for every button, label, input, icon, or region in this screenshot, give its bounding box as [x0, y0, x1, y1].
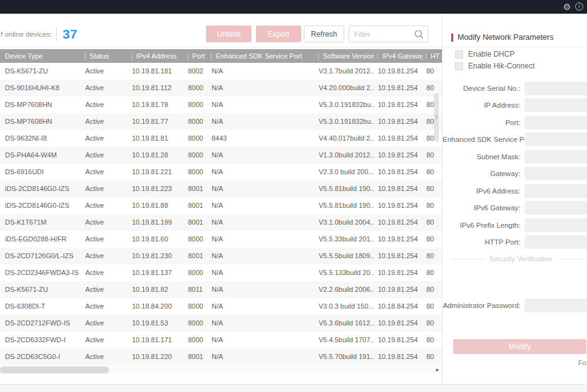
table-cell: 8000 [184, 147, 208, 164]
table-row[interactable]: DS-K5671-ZUActive10.19.81.828011N/AV2.2.… [0, 281, 442, 298]
table-cell: V5.5.70build 191... [315, 348, 374, 365]
table-cell: N/A [208, 264, 315, 281]
unbind-button[interactable]: Unbind [206, 26, 251, 42]
field-input-ipv6-prefix-length[interactable] [525, 218, 587, 232]
table-cell: 8000 [184, 231, 208, 248]
field-row: Enhanced SDK Service Port: [443, 131, 587, 149]
table-cell: 8001 [184, 180, 208, 197]
table-cell: 8001 [184, 214, 208, 231]
table-cell: 10.19.81.112 [128, 80, 184, 96]
checkbox-icon[interactable] [455, 50, 463, 58]
forgot-password-link[interactable]: For [578, 359, 587, 366]
table-cell: N/A [208, 197, 315, 214]
admin-password-input[interactable] [525, 299, 587, 312]
table-row[interactable]: DS-2CD2346FWDA3-ISActive10.19.81.1378000… [0, 264, 442, 281]
table-cell: 10.19.81.254 [374, 248, 423, 264]
field-input-port[interactable] [525, 116, 587, 129]
table-row[interactable]: DS-MP7608HNActive10.19.81.778000N/AV5.3.… [0, 113, 442, 130]
table-cell: DS-K1T671M [0, 214, 82, 231]
table-row[interactable]: DS-2CD63C5G0-IActive10.19.81.2208001N/AV… [0, 348, 442, 365]
enable-hik-connect-checkbox[interactable]: Enable Hik-Connect [455, 62, 535, 70]
table-row[interactable]: DS-6308DI-TActive10.18.84.2008000N/AV3.0… [0, 298, 442, 315]
table-cell: 80 [423, 164, 442, 180]
table-cell: 10.19.81.254 [374, 332, 423, 348]
table-row[interactable]: DS-9016HUHI-K8Active10.19.81.1128000N/AV… [0, 80, 442, 96]
table-cell: 10.19.81.254 [374, 281, 423, 298]
table-row[interactable]: DS-PHA64-W4MActive10.19.81.288000N/AV1.3… [0, 147, 442, 164]
table-cell: DS-9016HUHI-K8 [0, 80, 82, 96]
table-row[interactable]: DS-MP7608HNActive10.19.81.788000N/AV5.3.… [0, 96, 442, 113]
checkbox-icon[interactable] [455, 62, 463, 70]
table-cell: N/A [208, 164, 315, 180]
table-row[interactable]: DS-2CD2712FWD-ISActive10.19.81.538000N/A… [0, 315, 442, 332]
enable-dhcp-checkbox[interactable]: Enable DHCP [455, 50, 515, 58]
field-row: Gateway: [443, 166, 587, 183]
field-label-ipv6-gateway: IPv6 Gateway: [443, 204, 525, 212]
field-input-ip-address[interactable] [525, 98, 587, 112]
field-label-ipv6-address: IPv6 Address: [443, 187, 525, 195]
field-input-gateway[interactable] [525, 167, 587, 180]
field-row: IPv6 Prefix Length: [443, 217, 587, 234]
field-input-enhanced-sdk-service-port[interactable] [525, 133, 587, 146]
table-cell: 8000 [184, 130, 208, 147]
table-cell: 10.19.81.223 [128, 180, 184, 197]
table-cell: 80 [423, 264, 442, 281]
table-cell: 10.19.81.171 [128, 332, 184, 348]
table-cell: 10.19.81.88 [128, 197, 184, 214]
export-button[interactable]: Export [256, 26, 301, 42]
scroll-right-arrow-icon[interactable]: ► [435, 367, 440, 373]
field-input-ipv6-address[interactable] [525, 184, 587, 198]
settings-gear-icon[interactable]: ⚙ [563, 2, 571, 12]
table-row[interactable]: DS-6916UDIActive10.19.81.2218000N/AV2.3.… [0, 164, 442, 180]
info-icon[interactable]: i [575, 2, 583, 11]
table-cell: iDS-EGD0288-H/FR [0, 231, 82, 248]
table-row[interactable]: iDS-EGD0288-H/FRActive10.19.81.608000N/A… [0, 231, 442, 248]
table-cell: N/A [208, 80, 315, 96]
field-label-gateway: Gateway: [443, 170, 525, 177]
table-cell: 10.19.81.78 [128, 96, 184, 113]
field-label-port: Port: [443, 119, 525, 126]
online-devices-label: f online devices: [1, 30, 52, 38]
filter-input[interactable] [349, 26, 411, 42]
table-cell: 10.19.81.254 [374, 63, 423, 80]
table-cell: Active [82, 298, 128, 315]
table-row[interactable]: iDS-2CD8146G0-IZSActive10.19.81.888001N/… [0, 197, 442, 214]
table-cell: V1.3.0build 2012... [315, 147, 374, 164]
horizontal-scrollbar[interactable]: ► [0, 366, 442, 374]
horizontal-scrollbar-thumb[interactable] [0, 366, 109, 373]
table-cell: Active [82, 214, 128, 231]
admin-password-label: Administrator Password: [443, 302, 525, 309]
table-row[interactable]: iDS-2CD8146G0-IZSActive10.19.81.2238001N… [0, 180, 442, 197]
table-cell: 10.19.81.199 [128, 214, 184, 231]
refresh-button[interactable]: Refresh [304, 26, 344, 42]
table-cell: 80 [423, 197, 442, 214]
column-header-device-type: Device Type [0, 49, 82, 63]
table-row[interactable]: DS-K5671-ZUActive10.19.81.1818002N/AV3.1… [0, 63, 442, 80]
table-cell: Active [82, 147, 128, 164]
table-cell: 8001 [184, 348, 208, 365]
table-row[interactable]: DS-2CD6332FWD-IActive10.19.81.1718000N/A… [0, 332, 442, 348]
table-cell: DS-9632NI-I8 [0, 130, 82, 147]
field-label-http-port: HTTP Port: [443, 238, 525, 246]
field-input-subnet-mask[interactable] [525, 150, 587, 164]
table-row[interactable]: DS-9632NI-I8Active10.19.81.8180008443V4.… [0, 130, 442, 147]
network-parameter-fields: Device Serial No.:IP Address:Port:Enhanc… [443, 80, 587, 251]
panel-title: Modify Network Parameters [458, 33, 553, 42]
table-cell: 10.19.81.254 [374, 214, 423, 231]
table-cell: DS-6916UDI [0, 164, 82, 180]
field-input-ipv6-gateway[interactable] [525, 201, 587, 215]
field-row: Port: [443, 114, 587, 131]
table-cell: 10.19.81.220 [128, 348, 184, 365]
field-row: Device Serial No.: [443, 80, 587, 97]
table-row[interactable]: DS-K1T671MActive10.19.81.1998001N/AV3.1.… [0, 214, 442, 231]
field-input-device-serial-no[interactable] [525, 82, 587, 95]
table-cell: DS-2CD7126G0/L-IZS [0, 248, 82, 264]
table-cell: 8000 [184, 80, 208, 96]
table-cell: V3.0.3 build 150... [315, 298, 374, 315]
table-row[interactable]: DS-2CD7126G0/L-IZSActive10.19.81.2308001… [0, 248, 442, 264]
modify-button[interactable]: Modify [453, 339, 586, 354]
table-cell: N/A [208, 96, 315, 113]
field-input-http-port[interactable] [525, 235, 587, 249]
column-header-status: |Status [82, 49, 128, 63]
table-cell: DS-2CD2346FWDA3-IS [0, 264, 82, 281]
